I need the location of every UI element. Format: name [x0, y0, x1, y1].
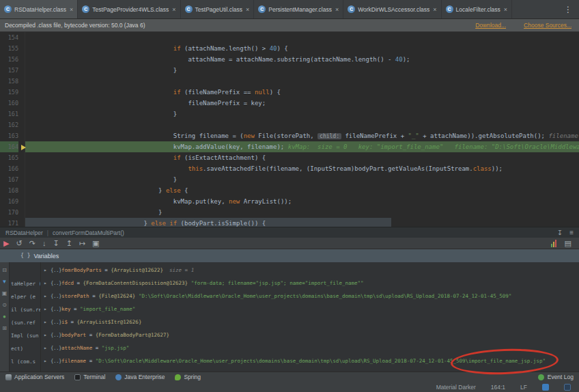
code-line[interactable]: } [25, 207, 579, 218]
line-number[interactable]: 164 [0, 141, 18, 152]
notification-link[interactable]: Download... [475, 22, 506, 29]
editor-tab[interactable]: CTestPageProvider4WLS.class× [78, 0, 180, 18]
expand-arrow-icon[interactable]: ▸ [44, 290, 51, 303]
camera-icon[interactable]: ▣ [2, 291, 8, 296]
variable-row[interactable]: ▸{..}fdcd = {FormDataContentDisposition@… [44, 277, 579, 290]
run-to-cursor-icon[interactable]: ↦ [79, 240, 85, 247]
code-line[interactable]: attachName = attachName.substring(attach… [25, 54, 579, 65]
expand-arrow-icon[interactable]: ▸ [44, 316, 51, 328]
expand-arrow-icon[interactable]: ▸ [44, 277, 51, 290]
tab-close-icon[interactable]: × [504, 6, 507, 13]
variable-row[interactable]: ▸{..}attachName = "jsp.jsp" [44, 341, 579, 354]
line-number[interactable]: 155 [0, 43, 18, 54]
force-step-into-icon[interactable]: ↧ [53, 240, 59, 247]
code-line[interactable]: if (isExtactAttachment) { [25, 152, 579, 163]
tab-close-icon[interactable]: × [246, 6, 249, 13]
stack-frame-item[interactable]: l (com.s [10, 355, 40, 368]
code-line[interactable]: kvMap.put(key, new ArrayList()); [25, 196, 579, 207]
line-number[interactable]: 158 [0, 76, 18, 87]
line-number[interactable]: 163 [0, 130, 18, 141]
code-line[interactable]: } [25, 174, 579, 185]
line-number[interactable]: 162 [0, 120, 18, 130]
editor-settings-icon[interactable]: ≡ [569, 229, 574, 236]
variable-row[interactable]: ▸{..}fomrBodyParts = {ArrayList@12622} s… [44, 264, 579, 277]
memory-indicator-icon[interactable] [551, 240, 556, 247]
tab-close-icon[interactable]: × [335, 6, 339, 13]
line-number[interactable]: 157 [0, 65, 18, 76]
readonly-lock-icon[interactable] [564, 384, 571, 391]
expand-arrow-icon[interactable]: ▸ [44, 354, 51, 367]
step-over-icon[interactable]: ↷ [29, 240, 36, 247]
event-log-button[interactable]: Event Log [538, 374, 574, 380]
code-line[interactable]: } [25, 109, 579, 120]
collapse-all-icon[interactable]: ⊟ [2, 268, 7, 273]
show-execution-point-icon[interactable]: ▶ [3, 240, 9, 247]
expand-arrow-icon[interactable]: ▸ [44, 341, 51, 354]
code-line[interactable]: } else { [25, 185, 579, 196]
line-number[interactable]: 161 [0, 109, 18, 120]
breadcrumb-item-method[interactable]: convertFormDataMultiPart() [53, 229, 124, 236]
toolwindow-button[interactable]: Java Enterprise [115, 374, 165, 380]
line-number[interactable]: 154 [0, 32, 18, 43]
line-number[interactable]: 159 [0, 87, 18, 98]
editor-tab[interactable]: CRSDataHelper.class× [0, 0, 78, 18]
variable-row[interactable]: ▸{..}key = "import_file_name" [44, 303, 579, 316]
console-icon[interactable]: ▤ [565, 240, 571, 247]
line-number[interactable]: 156 [0, 54, 18, 65]
toolwindow-button[interactable]: Spring [175, 374, 201, 380]
stack-frame-item[interactable]: taHelper ( [10, 277, 40, 290]
code-line[interactable]: } [25, 65, 579, 76]
editor-tab[interactable]: CPersistentManager.class× [254, 0, 343, 18]
scroll-to-end-icon[interactable]: ↧ [557, 229, 563, 236]
line-number[interactable]: 170 [0, 207, 18, 218]
code-line[interactable]: fileNamePrefix = key; [25, 98, 579, 109]
pin-icon[interactable]: ⊙ [2, 303, 7, 308]
tab-overflow-menu-icon[interactable]: ⋮ [557, 0, 579, 18]
code-line[interactable]: kvMap.addValue(key, filename); kvMap: si… [25, 141, 579, 152]
editor-tab[interactable]: CLocaleFilter.class× [442, 0, 512, 18]
stack-frame-item[interactable]: (sun.ref [10, 316, 40, 329]
code-line[interactable]: if (fileNamePrefix == null) { [25, 87, 579, 98]
stack-frame-item[interactable]: ect) [10, 342, 40, 355]
step-out-icon[interactable]: ↥ [66, 240, 72, 247]
evaluate-expression-icon[interactable]: ▣ [92, 240, 99, 247]
inspections-profile-icon[interactable] [542, 384, 549, 391]
thread-running-icon[interactable]: ● [3, 314, 6, 320]
expand-arrow-icon[interactable]: ▸ [44, 303, 51, 316]
code-line[interactable] [25, 32, 579, 43]
filter-icon[interactable]: ▼ [2, 279, 8, 285]
editor-tab[interactable]: CWorkDirWLSAccessor.class× [343, 0, 441, 18]
code-editor[interactable]: 1541551561571581591601611621631641651661… [0, 32, 579, 227]
code-line[interactable] [25, 120, 579, 130]
stack-frame-item[interactable]: elper (e [10, 290, 40, 303]
step-into-icon[interactable]: ↓ [42, 240, 46, 247]
breadcrumb-item-class[interactable]: RSDataHelper [5, 229, 43, 236]
line-separator-widget[interactable]: LF [520, 384, 527, 391]
editor-code-area[interactable]: if (attachName.length() > 40) {attachNam… [25, 32, 579, 227]
variable-row[interactable]: ▸{..}filename = "D:\Soft\Oracle\Middlewa… [44, 354, 579, 367]
variable-row[interactable]: ▸{..}bodyPart = {FormDataBodyPart@12627} [44, 328, 579, 341]
code-line[interactable]: if (attachName.length() > 40) { [25, 43, 579, 54]
variable-row[interactable]: ▸{..}storePath = {File@12624} "D:\Soft\O… [44, 290, 579, 303]
code-line[interactable]: this.saveAttachedFile(filename, (InputSt… [25, 163, 579, 174]
line-number[interactable]: 167 [0, 174, 18, 185]
toolwindow-button[interactable]: Application Servers [5, 374, 64, 380]
code-line[interactable] [25, 76, 579, 87]
editor-tab[interactable]: CTestPageUtil.class× [181, 0, 255, 18]
line-number[interactable]: 169 [0, 196, 18, 207]
tab-close-icon[interactable]: × [433, 6, 436, 13]
stack-frame-item[interactable]: Impl (sun [10, 329, 40, 342]
line-number[interactable]: 171 [0, 218, 18, 227]
code-line[interactable]: String filename = (new File(storePath, c… [25, 130, 579, 141]
notification-link[interactable]: Choose Sources... [524, 22, 571, 29]
rerun-icon[interactable]: ↺ [16, 240, 22, 247]
caret-position-widget[interactable]: 164:1 [491, 384, 505, 391]
line-number[interactable]: 166 [0, 163, 18, 174]
expand-arrow-icon[interactable]: ▸ [44, 264, 51, 277]
expand-arrow-icon[interactable]: ▸ [44, 328, 51, 341]
stack-frame-item[interactable]: il (sun.re [10, 303, 40, 316]
tab-close-icon[interactable]: × [172, 6, 175, 13]
theme-widget[interactable]: Material Darker [436, 384, 476, 391]
line-number[interactable]: 160 [0, 98, 18, 109]
variable-row[interactable]: ▸{..}i$ = {ArrayList$Itr@12626} [44, 316, 579, 328]
